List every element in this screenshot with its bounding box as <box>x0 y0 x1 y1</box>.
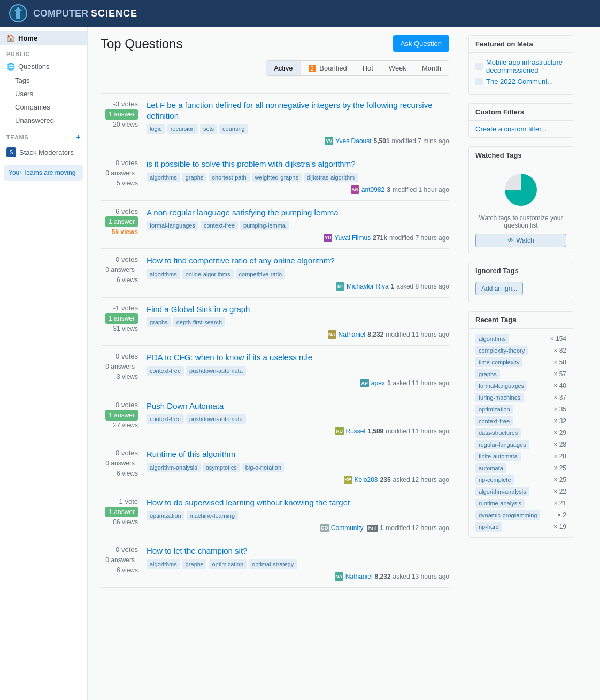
sidebar-item-questions[interactable]: 🌐 Questions <box>0 59 87 74</box>
tag[interactable]: graphs <box>147 317 171 327</box>
sidebar-item-users[interactable]: Users <box>0 87 87 100</box>
watched-tags-header: Watched Tags <box>469 147 573 164</box>
sidebar-item-unanswered[interactable]: Unanswered <box>0 114 87 127</box>
sidebar-item-home[interactable]: 🏠 Home <box>0 31 87 45</box>
user-link[interactable]: Community <box>331 524 364 532</box>
tag[interactable]: pushdown-automata <box>186 414 246 424</box>
recent-tag[interactable]: formal-languages <box>475 381 527 391</box>
user-link[interactable]: Nathaniel <box>345 573 373 580</box>
tag[interactable]: shortest-path <box>209 173 249 182</box>
stat-answers: 0 answers <box>102 458 138 469</box>
tab-week[interactable]: Week <box>381 61 414 75</box>
recent-tag[interactable]: time-complexity <box>475 357 522 367</box>
tags-label: Tags <box>15 76 29 84</box>
tag[interactable]: algorithms <box>147 173 180 182</box>
question-title[interactable]: is it possible to solve this problem wit… <box>147 159 449 169</box>
add-ignored-button[interactable]: Add an ign... <box>475 282 523 295</box>
recent-tag[interactable]: complexity-theory <box>475 346 528 355</box>
sidebar-item-stack-moderators[interactable]: S Stack Moderators <box>0 144 87 160</box>
question-item: 1 vote 1 answer 86 views How to do super… <box>101 491 449 540</box>
action-text: modified 11 hours ago <box>386 427 449 435</box>
tag[interactable]: counting <box>219 124 248 134</box>
tag[interactable]: graphs <box>182 559 207 569</box>
recent-tag[interactable]: turing-machines <box>475 393 524 402</box>
user-link[interactable]: Michaylor Riya <box>347 283 389 290</box>
tag[interactable]: machine-learning <box>187 511 238 520</box>
filter-tabs: Active 2 Bountied Hot Week Month <box>266 60 449 76</box>
question-title[interactable]: PDA to CFG: when to know if its a useles… <box>147 352 449 363</box>
tag[interactable]: optimization <box>147 511 184 520</box>
user-link[interactable]: ant0982 <box>361 186 384 193</box>
tab-month[interactable]: Month <box>414 61 449 75</box>
tag[interactable]: optimal-strategy <box>249 559 297 569</box>
recent-tag[interactable]: np-hard <box>475 522 502 532</box>
question-stats: 0 votes 1 answer 27 views <box>101 401 138 436</box>
recent-tag[interactable]: np-complete <box>475 475 514 485</box>
recent-tag[interactable]: dynamic-programming <box>475 510 540 520</box>
recent-tag[interactable]: automata <box>475 463 506 473</box>
logo-computer: COMPUTER <box>33 8 91 19</box>
featured-link-2[interactable]: The 2022 Communi... <box>475 77 566 85</box>
tab-bountied[interactable]: 2 Bountied <box>301 61 355 75</box>
question-title[interactable]: Find a Global Sink in a graph <box>147 304 449 315</box>
tag[interactable]: recursion <box>167 124 198 134</box>
user-link[interactable]: apex <box>371 379 385 387</box>
tab-hot[interactable]: Hot <box>355 61 381 75</box>
tag[interactable]: optimization <box>209 559 247 569</box>
recent-tag[interactable]: algorithms <box>475 334 509 344</box>
user-link[interactable]: Russel <box>346 427 366 435</box>
user-link[interactable]: Yuval Filmus <box>334 234 371 242</box>
tag[interactable]: context-free <box>147 414 184 424</box>
tag[interactable]: formal-languages <box>147 221 198 230</box>
tag[interactable]: sets <box>200 124 217 134</box>
tag[interactable]: competitive-ratio <box>236 269 286 279</box>
question-title[interactable]: Push Down Automata <box>147 401 449 411</box>
recent-tag[interactable]: graphs <box>475 369 500 379</box>
logo[interactable]: COMPUTER SCIENCE <box>9 4 137 23</box>
watch-button[interactable]: 👁 Watch <box>475 234 566 247</box>
tag[interactable]: online-algorithms <box>182 269 234 279</box>
tag[interactable]: depth-first-search <box>173 317 226 327</box>
tag[interactable]: context-free <box>201 221 238 230</box>
tags-row: logicrecursionsetscounting <box>147 124 449 134</box>
recent-tag[interactable]: algorithm-analysis <box>475 487 529 496</box>
question-stats: 1 vote 1 answer 86 views <box>101 497 138 533</box>
ask-question-button[interactable]: Ask Question <box>393 35 449 52</box>
user-link[interactable]: Yves Daoust <box>335 137 371 145</box>
tag[interactable]: algorithms <box>147 559 180 569</box>
action-text: modified 12 hours ago <box>386 524 449 532</box>
tag[interactable]: weighted-graphs <box>252 173 302 182</box>
recent-tag[interactable]: finite-automata <box>475 452 521 461</box>
teams-add-icon[interactable]: + <box>75 133 81 142</box>
question-title[interactable]: How to let the champion sit? <box>147 546 449 556</box>
question-body: Runtime of this algorithm algorithm-anal… <box>147 449 449 484</box>
tag[interactable]: pushdown-automata <box>186 366 246 376</box>
teams-banner[interactable]: Your Teams are moving <box>4 165 83 181</box>
tag[interactable]: algorithms <box>147 269 180 279</box>
tag[interactable]: pumping-lemma <box>240 221 289 230</box>
user-link[interactable]: Nathaniel <box>339 331 366 338</box>
tag[interactable]: logic <box>147 124 165 134</box>
create-filter-link[interactable]: Create a custom filter... <box>469 121 573 137</box>
question-title[interactable]: Runtime of this algorithm <box>147 449 449 460</box>
recent-tag[interactable]: data-structures <box>475 428 521 438</box>
tag[interactable]: algorithm-analysis <box>147 463 201 472</box>
recent-tag[interactable]: regular-languages <box>475 440 529 449</box>
sidebar-item-tags[interactable]: Tags <box>0 74 87 87</box>
question-title[interactable]: How to find competitive ratio of any onl… <box>147 255 449 266</box>
tag[interactable]: big-o-notation <box>242 463 284 472</box>
tag[interactable]: dijkstras-algorithm <box>304 173 358 182</box>
tag[interactable]: graphs <box>182 173 207 182</box>
sidebar-item-companies[interactable]: Companies <box>0 100 87 114</box>
question-title[interactable]: Let F be a function defined for all nonn… <box>147 100 449 121</box>
recent-tag[interactable]: optimization <box>475 405 513 414</box>
user-link[interactable]: Keio203 <box>355 476 378 484</box>
recent-tag[interactable]: context-free <box>475 416 513 426</box>
question-title[interactable]: How to do supervised learning without kn… <box>147 497 449 508</box>
tag[interactable]: asymptotics <box>203 463 240 472</box>
question-title[interactable]: A non-regular language satisfying the pu… <box>147 207 449 218</box>
recent-tag[interactable]: runtime-analysis <box>475 499 525 508</box>
tab-active[interactable]: Active <box>266 61 301 75</box>
tag[interactable]: context-free <box>147 366 184 376</box>
featured-link-1[interactable]: Mobile app infrastructure decommissioned <box>475 58 566 74</box>
